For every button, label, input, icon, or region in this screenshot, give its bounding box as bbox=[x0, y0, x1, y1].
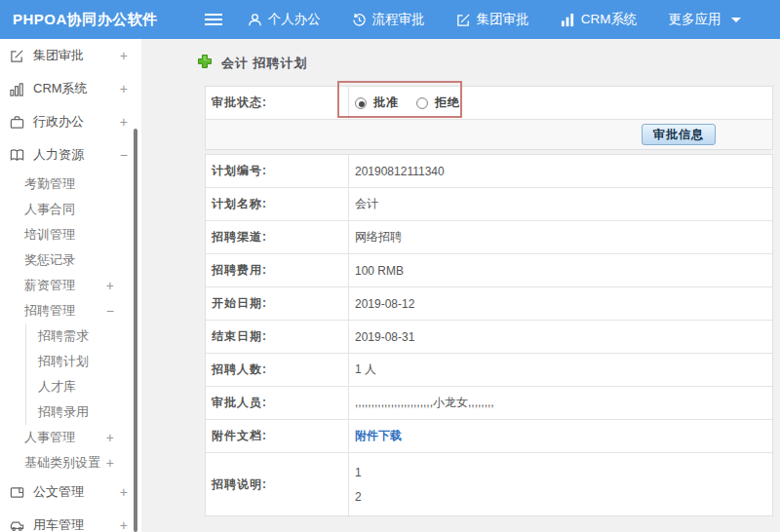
sidebar-item-label: 用车管理 bbox=[33, 516, 84, 532]
sidebar-item-talent-pool[interactable]: 人才库 bbox=[26, 374, 141, 399]
edit-icon bbox=[456, 13, 471, 27]
expand-icon[interactable]: + bbox=[120, 81, 128, 96]
sidebar: 集团审批 + CRM系统 + 行政办公 + 人力资源 − 考勤管理 人事合同 培… bbox=[0, 39, 141, 532]
chart-icon bbox=[10, 82, 24, 96]
sidebar-item-salary[interactable]: 薪资管理 + bbox=[0, 273, 141, 298]
app-logo: PHPOA协同办公软件 bbox=[0, 11, 158, 29]
approval-info-button[interactable]: 审批信息 bbox=[642, 124, 716, 145]
sidebar-scrollbar[interactable] bbox=[134, 129, 137, 532]
sidebar-item-documents[interactable]: 公文管理 + bbox=[0, 475, 141, 509]
field-label: 招聘渠道: bbox=[206, 221, 349, 253]
top-menu: 个人办公 流程审批 集团审批 CRM系统 更多应用 bbox=[248, 11, 741, 28]
sidebar-item-label: 薪资管理 bbox=[24, 277, 75, 294]
add-icon[interactable] bbox=[197, 54, 213, 73]
topbar: PHPOA协同办公软件 个人办公 流程审批 集团审批 CRM系统 bbox=[0, 0, 780, 39]
field-value: 2019-08-12 bbox=[349, 287, 772, 320]
radio-label: 拒绝 bbox=[435, 95, 460, 111]
field-row-approvers: 审批人员: ,,,,,,,,,,,,,,,,,,,,,,,,小龙女,,,,,,,… bbox=[206, 387, 772, 420]
sidebar-item-recruit-hire[interactable]: 招聘录用 bbox=[26, 399, 141, 425]
field-label: 招聘人数: bbox=[206, 354, 349, 386]
sidebar-item-vehicle[interactable]: 用车管理 + bbox=[0, 509, 141, 532]
approval-button-row: 审批信息 bbox=[206, 120, 772, 149]
sidebar-item-label: 招聘计划 bbox=[38, 353, 89, 370]
field-label: 招聘说明: bbox=[206, 453, 349, 515]
field-label: 审批人员: bbox=[206, 387, 349, 419]
field-row-description: 招聘说明: 1 2 bbox=[206, 453, 772, 515]
field-row-end-date: 结束日期: 2019-08-31 bbox=[206, 321, 772, 354]
sidebar-item-label: 招聘录用 bbox=[38, 403, 89, 421]
menu-personal-office[interactable]: 个人办公 bbox=[248, 11, 321, 28]
sidebar-item-label: 人事合同 bbox=[24, 201, 75, 218]
field-label: 招聘费用: bbox=[206, 254, 349, 286]
sidebar-item-label: 基础类别设置 bbox=[24, 454, 100, 472]
document-icon bbox=[10, 485, 24, 500]
field-value: 网络招聘 bbox=[349, 221, 772, 253]
sidebar-item-crm[interactable]: CRM系统 + bbox=[0, 72, 141, 105]
field-label: 计划编号: bbox=[206, 155, 349, 187]
sidebar-item-label: 培训管理 bbox=[24, 226, 75, 244]
sidebar-item-label: 奖惩记录 bbox=[24, 251, 75, 269]
sidebar-item-base-category[interactable]: 基础类别设置 + bbox=[0, 450, 141, 475]
expand-icon[interactable]: + bbox=[120, 114, 128, 130]
sidebar-item-attendance[interactable]: 考勤管理 bbox=[0, 171, 141, 197]
menu-label: 流程审批 bbox=[372, 11, 425, 28]
field-label: 开始日期: bbox=[206, 287, 349, 320]
sidebar-item-training[interactable]: 培训管理 bbox=[0, 222, 141, 247]
sidebar-item-label: 考勤管理 bbox=[24, 175, 75, 193]
chart-icon bbox=[561, 13, 575, 27]
expand-icon[interactable]: + bbox=[120, 517, 128, 532]
sidebar-item-rewards[interactable]: 奖惩记录 bbox=[0, 247, 141, 273]
expand-icon[interactable]: + bbox=[106, 455, 114, 471]
radio-approve[interactable] bbox=[355, 97, 367, 109]
sidebar-item-personnel-mgmt[interactable]: 人事管理 + bbox=[0, 425, 141, 450]
radio-reject[interactable] bbox=[416, 97, 428, 109]
field-label: 结束日期: bbox=[206, 321, 349, 353]
sidebar-item-label: 集团审批 bbox=[33, 47, 84, 64]
book-icon bbox=[10, 148, 24, 163]
radio-label: 批准 bbox=[373, 95, 399, 111]
history-icon bbox=[352, 13, 367, 27]
approve-option[interactable]: 批准 bbox=[355, 95, 399, 111]
field-value: 100 RMB bbox=[349, 254, 772, 286]
sidebar-item-label: 人才库 bbox=[38, 378, 76, 396]
menu-process-approval[interactable]: 流程审批 bbox=[352, 11, 425, 28]
sidebar-item-human-resources[interactable]: 人力资源 − bbox=[0, 138, 141, 171]
page-title: 会计 招聘计划 bbox=[221, 55, 308, 72]
expand-icon[interactable]: + bbox=[106, 430, 114, 445]
sidebar-item-label: 公文管理 bbox=[33, 483, 84, 501]
menu-crm-system[interactable]: CRM系统 bbox=[561, 11, 638, 28]
approval-panel: 审批状态: 批准 拒绝 审批信息 bbox=[205, 86, 773, 150]
description-line: 2 bbox=[355, 490, 362, 504]
sidebar-item-group-approval[interactable]: 集团审批 + bbox=[0, 39, 141, 72]
sidebar-item-recruit-mgmt[interactable]: 招聘管理 − bbox=[0, 298, 141, 323]
menu-group-approval[interactable]: 集团审批 bbox=[456, 11, 529, 28]
expand-icon[interactable]: + bbox=[120, 48, 128, 63]
menu-more-apps[interactable]: 更多应用 bbox=[669, 11, 741, 28]
field-label: 附件文档: bbox=[206, 420, 349, 452]
field-row-start-date: 开始日期: 2019-08-12 bbox=[206, 287, 772, 321]
collapse-icon[interactable]: − bbox=[106, 303, 114, 319]
hamburger-menu-icon[interactable] bbox=[205, 13, 222, 26]
sidebar-item-admin-office[interactable]: 行政办公 + bbox=[0, 105, 141, 138]
expand-icon[interactable]: + bbox=[120, 484, 128, 500]
menu-label: 更多应用 bbox=[669, 11, 722, 28]
sidebar-item-recruit-demand[interactable]: 招聘需求 bbox=[26, 323, 141, 349]
detail-panel: 计划编号: 20190812111340 计划名称: 会计 招聘渠道: 网络招聘… bbox=[205, 154, 773, 516]
reject-option[interactable]: 拒绝 bbox=[416, 95, 460, 111]
expand-icon[interactable]: + bbox=[106, 278, 114, 293]
field-value: 20190812111340 bbox=[349, 155, 772, 187]
field-row-headcount: 招聘人数: 1 人 bbox=[206, 354, 772, 387]
briefcase-icon bbox=[10, 115, 24, 130]
sidebar-item-label: 行政办公 bbox=[33, 113, 84, 131]
car-icon bbox=[10, 518, 24, 532]
sidebar-item-hr-contract[interactable]: 人事合同 bbox=[0, 197, 141, 222]
field-row-plan-number: 计划编号: 20190812111340 bbox=[206, 155, 772, 188]
sidebar-item-recruit-plan[interactable]: 招聘计划 bbox=[26, 349, 141, 374]
attachment-download-link[interactable]: 附件下载 bbox=[355, 428, 402, 444]
field-row-cost: 招聘费用: 100 RMB bbox=[206, 254, 772, 287]
field-label: 计划名称: bbox=[206, 188, 349, 220]
sidebar-item-label: 招聘管理 bbox=[24, 302, 75, 320]
collapse-icon[interactable]: − bbox=[120, 147, 128, 163]
description-line: 1 bbox=[355, 466, 362, 479]
page-header: 会计 招聘计划 bbox=[197, 54, 308, 73]
